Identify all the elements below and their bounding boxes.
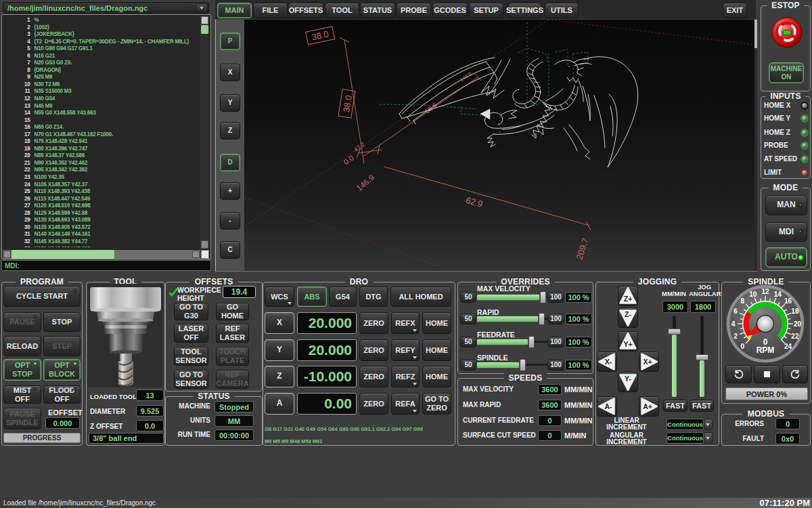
svg-text:22: 22 [791,333,799,340]
svg-text:10: 10 [749,291,757,298]
svg-text:8: 8 [741,297,745,305]
svg-text:24: 24 [784,343,792,350]
svg-text:X-: X- [605,358,612,366]
svg-text:2: 2 [734,333,738,340]
svg-text:18: 18 [791,308,799,315]
svg-text:X+: X+ [643,358,652,366]
svg-text:14: 14 [774,291,782,298]
svg-text:4: 4 [731,320,736,328]
svg-text:209.7: 209.7 [574,236,590,261]
svg-text:6: 6 [734,308,738,315]
svg-text:Z-: Z- [625,310,631,318]
svg-text:RPM: RPM [757,345,775,355]
svg-text:38.0: 38.0 [311,29,330,43]
svg-text:Y-: Y- [625,375,631,383]
svg-text:146.9: 146.9 [355,173,376,193]
svg-text:16: 16 [784,297,792,305]
svg-text:0.0: 0.0 [342,154,355,167]
svg-text:Y+: Y+ [623,340,632,348]
svg-text:12: 12 [761,288,769,295]
svg-text:0: 0 [741,343,745,350]
svg-text:Z+: Z+ [624,295,633,303]
svg-text:A+: A+ [643,402,652,410]
svg-text:20: 20 [794,320,802,328]
svg-text:62.9: 62.9 [465,195,484,209]
svg-text:A-: A- [604,402,612,410]
svg-text:38.0: 38.0 [341,94,354,112]
